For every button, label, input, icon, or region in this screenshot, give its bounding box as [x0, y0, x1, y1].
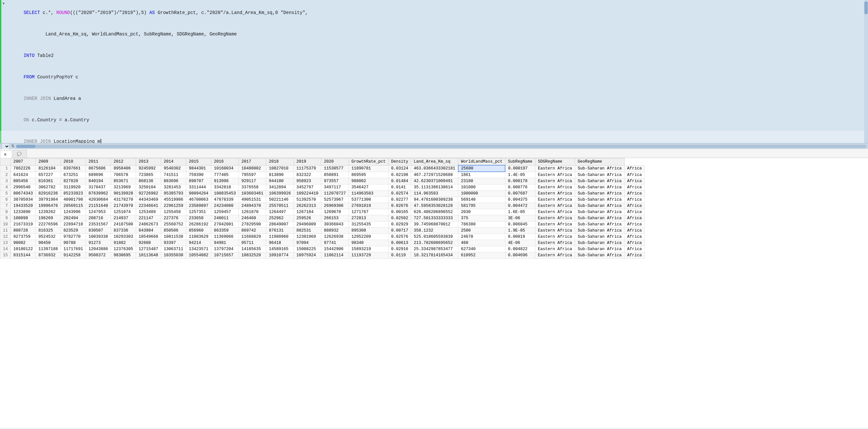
cell-r9-c15: 0.02929 [388, 222, 411, 228]
data-grid[interactable]: 2007200920102011201220132014201520162017… [0, 158, 868, 428]
cell-r0-c20: Sub-Saharan Africa [575, 165, 624, 172]
code-editor[interactable]: ▼ SELECT c.*, ROUND((("2020"-"2019")/"20… [0, 0, 868, 143]
cell-r2-c15: 0.01484 [388, 178, 411, 185]
cell-r7-c4: 1247953 [86, 209, 111, 215]
cell-r10-c4: 830507 [86, 228, 111, 234]
cell-r7-c18: 1.6E-05 [505, 209, 535, 215]
cell-r13-c8: 13423571 [186, 246, 211, 253]
row-num-cell: 11 [0, 228, 11, 234]
col-header-GeoRegName: GeoRegName [575, 158, 624, 166]
row-num-cell: 9 [0, 215, 11, 222]
cell-r1-c5: 706578 [111, 172, 136, 178]
code-line-5: INNER JOIN LandArea a [0, 88, 868, 109]
cell-r2-c19: Eastern Africa [535, 178, 575, 185]
cell-r3-c21: Africa [624, 185, 644, 191]
collapse-icon-1[interactable]: ▼ [3, 2, 5, 5]
cell-r2-c8: 898707 [186, 178, 211, 185]
cell-r14-c16: 18.3217814165434 [411, 253, 458, 259]
h-scrollbar-track[interactable] [16, 145, 867, 148]
messages-icon: 💬 [17, 152, 22, 156]
col-header-WorldLandMass-pct: WorldLandMass_pct [458, 158, 505, 166]
cell-r7-c12: 1267184 [293, 209, 321, 215]
cell-r3-c15: 0.0141 [388, 185, 411, 191]
cell-r0-c1: 7862226 [11, 165, 36, 172]
zoom-select[interactable] [1, 143, 10, 150]
cell-r9-c11: 28649007 [266, 222, 294, 228]
results-grid-icon: ⊞ [4, 152, 6, 157]
cell-r13-c1: 10180122 [11, 246, 36, 253]
cell-r6-c7: 22961259 [161, 203, 186, 209]
cell-r3-c3: 3119920 [61, 185, 86, 191]
cell-r0-c3: 8397661 [61, 165, 86, 172]
row-num-cell: 12 [0, 234, 11, 240]
cell-r2-c1: 805456 [11, 178, 36, 185]
cell-r11-c17: 24670 [458, 234, 505, 240]
cell-r9-c13: 30366043 [321, 222, 349, 228]
cell-r8-c3: 202494 [61, 215, 86, 222]
cell-r3-c5: 3213969 [111, 185, 136, 191]
cell-r13-c13: 15442906 [321, 246, 349, 253]
cell-r3-c1: 2996540 [11, 185, 36, 191]
code-text-3: INTO Table2 [7, 45, 865, 66]
cell-r12-c9: 94981 [211, 240, 239, 246]
cell-r13-c15: 0.02916 [388, 246, 411, 253]
cell-r5-c15: 0.02277 [388, 197, 411, 203]
cell-r14-c12: 10975924 [293, 253, 321, 259]
tab-messages[interactable]: 💬 [13, 150, 27, 158]
cell-r6-c14: 27691019 [348, 203, 388, 209]
cell-r11-c12: 12301969 [293, 234, 321, 240]
cell-r9-c2: 22276596 [36, 222, 61, 228]
cell-r10-c14: 895308 [348, 228, 388, 234]
h-scrollbar-thumb[interactable] [16, 145, 35, 148]
cell-r0-c2: 8126104 [36, 165, 61, 172]
cell-r14-c20: Sub-Saharan Africa [575, 253, 624, 259]
editor-scrollbar-thumb[interactable] [864, 1, 868, 14]
cell-r14-c17: 610952 [458, 253, 505, 259]
cell-r9-c1: 21673319 [11, 222, 36, 228]
cell-r4-c17: 1000000 [458, 191, 505, 197]
cell-r5-c11: 50221146 [266, 197, 294, 203]
cell-r10-c2: 816325 [36, 228, 61, 234]
col-header-GrowthRate-pct: GrowthRate_pct [348, 158, 388, 166]
cell-r3-c13: 3497117 [321, 185, 349, 191]
cell-r4-c14: 114963583 [348, 191, 388, 197]
cell-r1-c10: 795597 [239, 172, 266, 178]
cell-r4-c18: 0.007687 [505, 191, 535, 197]
row-num-cell: 15 [0, 253, 11, 259]
cell-r14-c18: 0.004696 [505, 253, 535, 259]
cell-r7-c7: 1255458 [161, 209, 186, 215]
cell-r3-c10: 3376558 [239, 185, 266, 191]
cell-r11-c13: 12626938 [321, 234, 349, 240]
tab-results[interactable]: ⊞ [0, 150, 12, 158]
cell-r10-c3: 823529 [61, 228, 86, 234]
table-row: 1390082904509078891273918829260893397942… [0, 240, 645, 246]
cell-r3-c7: 3281453 [161, 185, 186, 191]
cell-r6-c4: 21151640 [86, 203, 111, 209]
editor-scrollbar[interactable] [864, 0, 868, 143]
cell-r1-c19: Eastern Africa [535, 172, 575, 178]
table-row: 1021673319222765962289471823531567241875… [0, 222, 645, 228]
cell-r11-c15: 0.02576 [388, 234, 411, 240]
cell-r5-c8: 46700063 [186, 197, 211, 203]
col-header-2009: 2009 [36, 158, 61, 166]
row-num-cell: 8 [0, 209, 11, 215]
cell-r4-c13: 112078727 [321, 191, 349, 197]
cell-r6-c15: 0.02676 [388, 203, 411, 209]
cell-r0-c7: 9540302 [161, 165, 186, 172]
cell-r5-c5: 43178270 [111, 197, 136, 203]
cell-r11-c8: 11083629 [186, 234, 211, 240]
cell-r13-c18: 0.004822 [505, 246, 535, 253]
cell-r10-c7: 850506 [161, 228, 186, 234]
cell-r12-c4: 91273 [86, 240, 111, 246]
cell-r2-c6: 868136 [136, 178, 161, 185]
horizontal-scrollbar-area[interactable]: % [0, 143, 868, 149]
cell-r10-c10: 869742 [239, 228, 266, 234]
cell-r6-c8: 23589897 [186, 203, 211, 209]
cell-r12-c3: 90788 [61, 240, 86, 246]
cell-r6-c10: 24894370 [239, 203, 266, 209]
cell-r2-c2: 816361 [36, 178, 61, 185]
cell-r3-c16: 35.1131386138614 [411, 185, 458, 191]
cell-r8-c2: 196269 [36, 215, 61, 222]
results-table: 2007200920102011201220132014201520162017… [0, 158, 645, 259]
cell-r11-c3: 9782770 [61, 234, 86, 240]
